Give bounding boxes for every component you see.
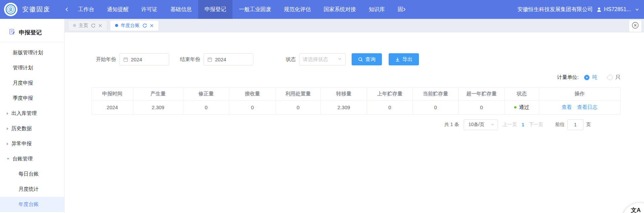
status-dot-icon (514, 106, 516, 109)
col-status: 状态 (504, 88, 539, 100)
col-generated: 产生量 (133, 88, 183, 100)
close-all-tabs-button[interactable] (629, 20, 641, 32)
view-link[interactable]: 查看 (562, 104, 572, 110)
cell-current-storage: 0 (413, 100, 459, 115)
start-year-input[interactable] (119, 53, 169, 65)
col-over-year-storage: 超一年贮存量 (459, 88, 505, 100)
start-year-field[interactable] (131, 57, 166, 62)
document-edit-icon (9, 28, 15, 37)
main-area: 主页 年度台账 (65, 19, 644, 213)
goto-unit-label: 页 (586, 122, 591, 128)
sidebar-item-monthly-declaration[interactable]: 月度申报 (0, 75, 64, 91)
page-number-1[interactable]: 1 (522, 122, 524, 127)
nav-overflow-chevron-right-icon[interactable] (402, 7, 406, 12)
goto-label: 前往 (555, 122, 565, 128)
nav-item-standard-evaluation[interactable]: 规范化评估 (278, 0, 317, 19)
sidebar-item-management-plan[interactable]: 管理计划 (0, 60, 64, 75)
nav-menu: 工作台 通知提醒 许可证 基础信息 申报登记 一般工业固废 规范化评估 国家系统… (72, 0, 403, 19)
sidebar-item-daily-ledger[interactable]: 每日台账 (0, 166, 64, 182)
username[interactable]: HS72851... (604, 6, 631, 12)
status-badge: 通过 (519, 104, 529, 111)
unit-radio-piece[interactable]: 只 (607, 74, 620, 81)
search-icon (358, 57, 363, 62)
sidebar-item-ledger-management[interactable]: 台账管理 (0, 151, 64, 166)
export-button-label: 导出 (402, 56, 413, 63)
sidebar-item-abnormal-declaration[interactable]: 异常申报 (0, 136, 64, 151)
col-corrected: 修正量 (183, 88, 229, 100)
refresh-icon[interactable] (142, 23, 147, 28)
unit-option-label: 吨 (592, 74, 597, 81)
cell-declare-time: 2024 (92, 100, 133, 115)
nav-item-general-industrial-waste[interactable]: 一般工业固废 (232, 0, 278, 19)
nav-item-license[interactable]: 许可证 (135, 0, 164, 19)
tab-bar: 主页 年度台账 (65, 19, 644, 32)
col-actions: 操作 (539, 88, 620, 100)
sidebar-item-quarterly-declaration[interactable]: 季度申报 (0, 91, 64, 106)
col-received: 接收量 (229, 88, 276, 100)
company-name[interactable]: 安徽恒生科技发展集团有限公司 (517, 6, 593, 13)
top-nav: 安徽固废 工作台 通知提醒 许可证 基础信息 申报登记 一般工业固废 规范化评估… (0, 0, 644, 19)
sidebar-item-history-data[interactable]: 历史数据 (0, 121, 64, 136)
nav-item-notifications[interactable]: 通知提醒 (101, 0, 135, 19)
caret-right-icon (7, 143, 8, 145)
close-icon[interactable] (98, 24, 102, 28)
tab-status-dot (73, 24, 76, 27)
status-placeholder: 请选择状态 (303, 56, 328, 63)
unit-radio-ton[interactable]: 吨 (584, 74, 597, 81)
sidebar-item-label: 台账管理 (12, 156, 33, 162)
status-select[interactable]: 请选择状态 (299, 53, 346, 65)
radio-unchecked-icon (607, 75, 613, 80)
nav-item-knowledge-base[interactable]: 知识库 (362, 0, 391, 19)
next-page-button[interactable]: 下一页 (529, 122, 543, 128)
pagination-total: 共 1 条 (444, 122, 459, 128)
goto-page-input[interactable] (567, 119, 583, 130)
search-button[interactable]: 查询 (352, 53, 382, 65)
sidebar-item-annual-ledger[interactable]: 年度台账 (0, 197, 64, 212)
nav-item-national-system[interactable]: 国家系统对接 (317, 0, 362, 19)
unit-row: 计量单位: 吨 只 (92, 74, 620, 81)
translate-icon: 文A (631, 206, 641, 213)
annual-ledger-table: 申报时间 产生量 修正量 接收量 利用处置量 转移量 上年贮存量 当前贮存量 超… (92, 87, 620, 115)
sidebar-item-new-management-plan[interactable]: 新版管理计划 (0, 45, 64, 60)
tab-home[interactable]: 主页 (68, 20, 107, 31)
user-menu-chevron-down-icon[interactable] (635, 7, 639, 12)
cell-over-year-storage: 0 (459, 100, 505, 115)
sidebar: 申报登记 新版管理计划 管理计划 月度申报 季度申报 出入库管理 历史数据 异常… (0, 19, 65, 213)
cell-transferred: 2.309 (321, 100, 367, 115)
view-log-link[interactable]: 查看日志 (577, 104, 598, 110)
nav-item-workbench[interactable]: 工作台 (72, 0, 101, 19)
pagination: 共 1 条 10条/页 上一页 1 下一页 前往 页 (92, 119, 591, 130)
brand-title: 安徽固废 (22, 5, 56, 14)
col-prev-year-storage: 上年贮存量 (367, 88, 413, 100)
sidebar-item-monthly-statistics[interactable]: 月度统计 (0, 182, 64, 197)
page-size-select[interactable]: 10条/页 (464, 119, 498, 130)
sidebar-item-label: 异常申报 (11, 141, 32, 147)
radio-checked-icon (584, 75, 589, 80)
sidebar-item-label: 出入库管理 (11, 110, 37, 117)
nav-item-waste-transfer[interactable]: 固废转 (391, 0, 403, 19)
sidebar-collapse-chevron-left-icon[interactable] (65, 7, 69, 12)
refresh-icon[interactable] (91, 23, 96, 28)
status-label: 状态 (286, 56, 296, 63)
caret-right-icon (7, 112, 8, 115)
close-icon[interactable] (150, 24, 154, 28)
tab-label: 年度台账 (121, 23, 140, 29)
tab-annual-ledger[interactable]: 年度台账 (110, 20, 159, 31)
export-button[interactable]: 导出 (389, 53, 419, 65)
prev-page-button[interactable]: 上一页 (503, 122, 517, 128)
end-year-field[interactable] (215, 57, 250, 62)
col-transferred: 转移量 (321, 88, 367, 100)
user-icon (596, 7, 602, 12)
unit-label: 计量单位: (557, 74, 579, 81)
caret-right-icon (7, 127, 8, 130)
cell-corrected: 0 (183, 100, 229, 115)
chevron-down-icon (337, 56, 342, 62)
tab-label: 主页 (79, 23, 88, 29)
sidebar-item-inout-warehouse[interactable]: 出入库管理 (0, 106, 64, 121)
nav-item-basic-info[interactable]: 基础信息 (164, 0, 198, 19)
end-year-input[interactable] (204, 53, 253, 65)
content-panel: 开始年份 结束年份 状态 请选择状态 (65, 32, 644, 213)
table-row: 2024 2.309 0 0 0 2.309 0 0 0 通过 (92, 100, 620, 115)
nav-item-declaration[interactable]: 申报登记 (198, 0, 232, 19)
cell-actions: 查看 查看日志 (539, 100, 620, 115)
